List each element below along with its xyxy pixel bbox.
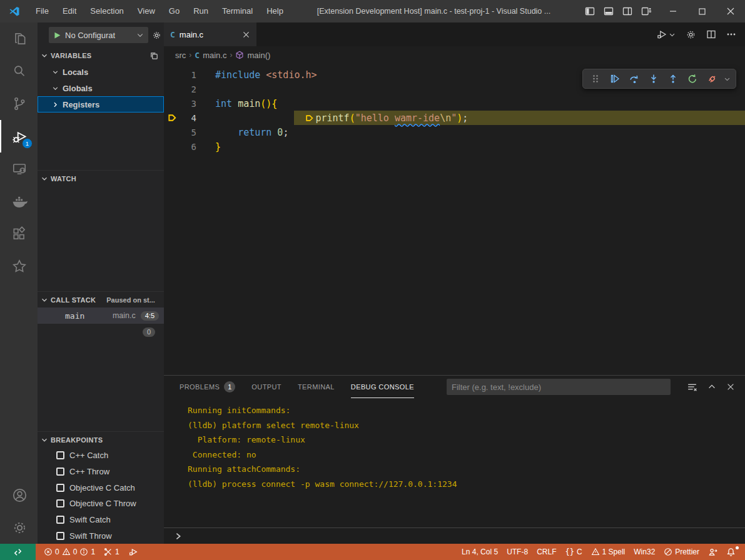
session-badge: 0 xyxy=(143,328,155,337)
vscode-logo-icon xyxy=(0,6,29,17)
cursor-position[interactable]: Ln 4, Col 5 xyxy=(457,544,502,560)
code-line-current[interactable]: 4 printf("hello wamr-ide\n"); xyxy=(164,111,745,125)
star-icon[interactable] xyxy=(0,250,38,282)
continue-button[interactable] xyxy=(607,71,622,87)
start-debug-icon[interactable] xyxy=(53,31,61,39)
platform-target[interactable]: Win32 xyxy=(629,544,659,560)
clear-console-icon[interactable] xyxy=(687,382,697,392)
debug-configuration-picker[interactable]: No Configurat xyxy=(49,27,148,43)
spell-checker-status[interactable]: 1 Spell xyxy=(587,544,630,560)
code-editor[interactable]: 1 #include <stdio.h> 2 3 int main(){ xyxy=(164,64,745,375)
run-or-debug-button[interactable] xyxy=(656,29,676,40)
accounts-icon[interactable] xyxy=(0,479,38,511)
editor-gear-icon[interactable] xyxy=(686,29,696,40)
watch-section-header[interactable]: WATCH xyxy=(38,170,164,186)
problems-status[interactable]: 0 0 1 xyxy=(39,544,99,560)
tab-main-c[interactable]: C main.c xyxy=(164,22,256,46)
search-icon[interactable] xyxy=(0,55,38,88)
close-window-button[interactable] xyxy=(716,0,745,22)
menu-terminal[interactable]: Terminal xyxy=(215,0,260,22)
formatter-status[interactable]: Prettier xyxy=(659,544,704,560)
line-number: 3 xyxy=(180,99,196,109)
eol-sequence[interactable]: CRLF xyxy=(532,544,560,560)
explorer-icon[interactable] xyxy=(0,22,38,55)
maximize-button[interactable] xyxy=(687,0,716,22)
minimize-button[interactable] xyxy=(659,0,687,22)
breadcrumb-file[interactable]: main.c xyxy=(203,51,226,60)
checkbox[interactable] xyxy=(56,451,64,459)
close-tab-icon[interactable] xyxy=(242,31,250,39)
extensions-icon[interactable] xyxy=(0,218,38,250)
restart-button[interactable] xyxy=(685,71,700,87)
breakpoint-objc-throw[interactable]: Objective C Throw xyxy=(38,496,164,512)
breadcrumbs[interactable]: src › C main.c › main() xyxy=(164,46,745,64)
split-editor-icon[interactable] xyxy=(706,29,716,39)
remote-explorer-icon[interactable] xyxy=(0,152,38,185)
close-panel-icon[interactable] xyxy=(726,382,735,391)
breakpoint-cpp-throw[interactable]: C++ Throw xyxy=(38,464,164,480)
step-into-button[interactable] xyxy=(646,71,661,87)
vscode-window: File Edit Selection View Go Run Terminal… xyxy=(0,0,745,560)
copy-value-icon[interactable] xyxy=(150,51,159,61)
call-stack-section-header[interactable]: CALL STACK Paused on st... xyxy=(38,291,164,308)
breakpoint-objc-catch[interactable]: Objective C Catch xyxy=(38,479,164,496)
menu-run[interactable]: Run xyxy=(186,0,215,22)
step-out-button[interactable] xyxy=(666,71,681,87)
step-over-button[interactable] xyxy=(627,71,642,87)
breakpoint-cpp-catch[interactable]: C++ Catch xyxy=(38,448,164,464)
toggle-sidebar-icon[interactable] xyxy=(585,6,595,16)
debug-status-icon[interactable] xyxy=(124,544,143,560)
customize-layout-icon[interactable] xyxy=(641,6,651,16)
variables-section-header[interactable]: VARIABLES xyxy=(38,48,164,64)
chevron-down-icon[interactable] xyxy=(724,76,731,82)
menu-view[interactable]: View xyxy=(131,0,162,22)
breadcrumb-symbol[interactable]: main() xyxy=(247,51,270,60)
toggle-panel-icon[interactable] xyxy=(604,6,614,16)
tab-debug-console[interactable]: DEBUG CONSOLE xyxy=(351,376,414,398)
breadcrumb-folder[interactable]: src xyxy=(175,51,186,60)
debug-gear-icon[interactable] xyxy=(152,31,161,40)
remote-indicator[interactable] xyxy=(0,544,36,560)
menu-selection[interactable]: Selection xyxy=(83,0,130,22)
menu-help[interactable]: Help xyxy=(260,0,290,22)
debug-console-input[interactable] xyxy=(164,528,745,544)
variables-scope-registers[interactable]: Registers xyxy=(38,96,164,112)
current-frame-arrow-icon[interactable] xyxy=(164,113,180,122)
language-mode[interactable]: {} C xyxy=(560,544,586,560)
tab-problems[interactable]: PROBLEMS 1 xyxy=(180,376,235,398)
source-control-icon[interactable] xyxy=(0,88,38,120)
variables-scope-globals[interactable]: Globals xyxy=(38,80,164,96)
stack-frame-row[interactable]: main main.c 4:5 xyxy=(38,308,164,324)
checkbox[interactable] xyxy=(56,532,64,540)
checkbox[interactable] xyxy=(56,499,64,508)
breakpoint-swift-throw[interactable]: Swift Throw xyxy=(38,528,164,544)
checkbox[interactable] xyxy=(56,484,64,492)
menu-go[interactable]: Go xyxy=(162,0,186,22)
tab-output[interactable]: OUTPUT xyxy=(251,376,281,398)
settings-gear-icon[interactable] xyxy=(0,511,38,544)
title-bar: File Edit Selection View Go Run Terminal… xyxy=(0,0,745,22)
menu-edit[interactable]: Edit xyxy=(56,0,83,22)
code-line[interactable]: 6 } xyxy=(164,139,745,154)
toggle-secondary-sidebar-icon[interactable] xyxy=(622,6,632,16)
run-and-debug-icon[interactable]: 1 xyxy=(0,120,38,152)
maximize-panel-icon[interactable] xyxy=(707,382,716,391)
menu-file[interactable]: File xyxy=(29,0,56,22)
tab-terminal[interactable]: TERMINAL xyxy=(298,376,335,398)
drag-grip-icon[interactable] xyxy=(588,71,603,87)
notifications-bell-icon[interactable] xyxy=(722,544,740,560)
checkbox[interactable] xyxy=(56,516,64,524)
chevron-down-icon xyxy=(40,174,49,183)
more-actions-icon[interactable] xyxy=(726,29,736,39)
checkbox[interactable] xyxy=(56,468,64,476)
tools-status[interactable]: 1 xyxy=(99,544,124,560)
debug-config-label: No Configurat xyxy=(65,31,133,40)
disconnect-button[interactable] xyxy=(704,71,719,87)
breakpoint-swift-catch[interactable]: Swift Catch xyxy=(38,512,164,528)
docker-icon[interactable] xyxy=(0,185,38,218)
encoding[interactable]: UTF-8 xyxy=(502,544,532,560)
console-filter-input[interactable] xyxy=(447,379,671,395)
feedback-icon[interactable] xyxy=(704,544,722,560)
variables-scope-locals[interactable]: Locals xyxy=(38,64,164,80)
breakpoints-section-header[interactable]: BREAKPOINTS xyxy=(38,431,164,448)
